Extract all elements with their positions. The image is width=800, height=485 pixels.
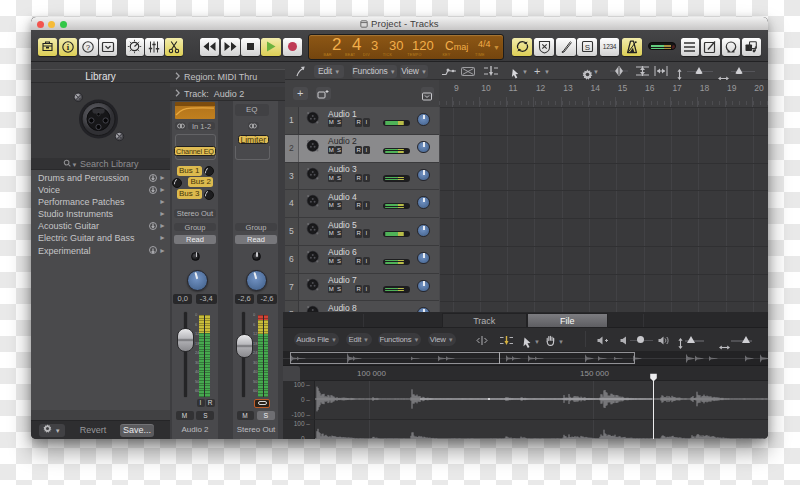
svg-text:?: ? [86, 43, 91, 52]
svg-text:i: i [67, 42, 70, 52]
svg-text:S: S [584, 43, 589, 52]
